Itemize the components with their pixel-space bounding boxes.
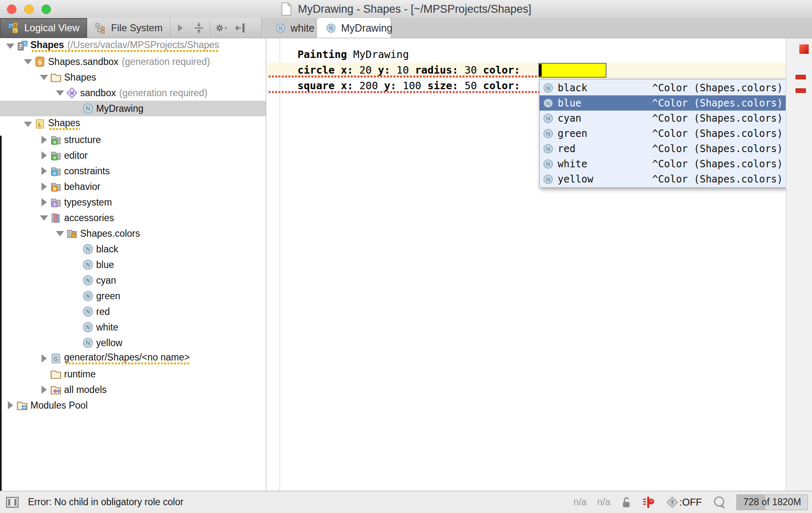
title-bar: MyDrawing - Shapes - [~/MPSProjects/Shap… <box>0 0 812 18</box>
tree-item-red[interactable]: Nred <box>0 304 266 319</box>
svg-text:N: N <box>86 340 90 346</box>
completion-item-white[interactable]: Nwhite^Color (Shapes.colors) <box>540 156 787 171</box>
collapse-arrow-icon[interactable] <box>5 44 16 49</box>
inline-editing-cell[interactable] <box>538 63 607 78</box>
minimize-button[interactable] <box>24 5 34 14</box>
error-stripe-mark[interactable] <box>796 88 806 93</box>
completion-item-yellow[interactable]: Nyellow^Color (Shapes.colors) <box>540 171 787 187</box>
play-arrow-button[interactable] <box>171 18 189 38</box>
completion-item-type: ^Color (Shapes.colors) <box>652 128 783 139</box>
tree-item-all-models[interactable]: all models <box>0 382 266 397</box>
completion-item-red[interactable]: Nred^Color (Shapes.colors) <box>540 141 787 156</box>
tree-item-white[interactable]: Nwhite <box>0 319 266 335</box>
collapse-arrow-icon[interactable] <box>39 75 49 80</box>
editor-margin-line <box>279 38 280 491</box>
completion-item-type: ^Color (Shapes.colors) <box>652 158 783 170</box>
hide-panel-button[interactable] <box>231 18 250 38</box>
status-message: Error: No child in obligatory role color <box>28 497 183 508</box>
tree-item-typesystem[interactable]: ttypesystem <box>0 194 266 210</box>
editor-line-1[interactable]: Painting MyDrawing <box>298 47 409 62</box>
tree-item-shapes[interactable]: Shapes(/Users/vaclav/MPSProjects/Shapes <box>0 38 266 54</box>
tree-item-sandbox[interactable]: Msandbox(generation required) <box>0 85 266 101</box>
highlight-level-icon[interactable]: T <box>666 496 678 508</box>
tree-item-suffix: (generation required) <box>119 88 208 99</box>
inspections-hector-icon[interactable] <box>642 496 655 509</box>
close-button[interactable] <box>7 5 16 14</box>
tree-item-shapes-sandbox[interactable]: SShapes.sandbox(generation required) <box>0 54 266 69</box>
tree-item-generator-shapes-no-name[interactable]: Ggenerator/Shapes/<no name> <box>0 351 266 366</box>
feedback-bubble-icon[interactable] <box>713 496 726 509</box>
node-icon: N <box>543 98 554 109</box>
editor-tab-label: MyDrawing <box>341 22 392 34</box>
toggle-tool-windows-icon[interactable] <box>6 496 19 508</box>
tree-item-yellow[interactable]: Nyellow <box>0 335 266 351</box>
editor-tab-mydrawing[interactable]: NMyDrawing <box>316 18 391 38</box>
expand-arrow-icon[interactable] <box>39 151 49 159</box>
completion-item-name: white <box>558 158 587 170</box>
view-tab-file-system[interactable]: File System <box>87 18 170 38</box>
completion-item-type: ^Color (Shapes.colors) <box>652 143 783 155</box>
tree-item-constraints[interactable]: cconstraints <box>0 163 266 179</box>
tree-item-label: blue <box>96 259 114 270</box>
tree-item-editor[interactable]: eeditor <box>0 148 266 163</box>
tree-item-suffix: (generation required) <box>122 56 210 67</box>
tree-item-mydrawing[interactable]: NMyDrawing <box>0 101 266 116</box>
collapse-arrow-icon[interactable] <box>23 59 33 65</box>
tree-item-green[interactable]: Ngreen <box>0 288 266 304</box>
tree-item-behavior[interactable]: bbehavior <box>0 179 266 194</box>
tree-item-shapes[interactable]: LShapes <box>0 116 266 132</box>
tree-item-runtime[interactable]: runtime <box>0 366 266 382</box>
completion-item-green[interactable]: Ngreen^Color (Shapes.colors) <box>540 126 787 141</box>
toolbar-separator <box>210 21 210 35</box>
tree-item-shapes[interactable]: Shapes <box>0 69 266 85</box>
completion-item-cyan[interactable]: Ncyan^Color (Shapes.colors) <box>540 111 787 126</box>
collapse-arrow-icon[interactable] <box>23 122 33 127</box>
view-tab-logical-view[interactable]: DSLLogical View <box>0 18 87 38</box>
expand-arrow-icon[interactable] <box>39 198 49 206</box>
completion-item-name: blue <box>558 97 581 109</box>
memory-indicator[interactable]: 728 of 1820M <box>736 495 808 510</box>
settings-gear-button[interactable] <box>212 18 231 38</box>
view-toolbar: DSLLogical ViewFile System <box>0 18 250 38</box>
collapse-all-button[interactable] <box>189 18 208 38</box>
tree-item-black[interactable]: Nblack <box>0 241 266 257</box>
expand-arrow-icon[interactable] <box>39 354 49 363</box>
document-icon <box>281 2 292 16</box>
collapse-arrow-icon[interactable] <box>39 215 49 221</box>
expand-arrow-icon[interactable] <box>39 386 49 394</box>
editor-tab-white[interactable]: Nwhite <box>266 18 312 38</box>
expand-arrow-icon[interactable] <box>39 136 49 144</box>
svg-text:N: N <box>86 293 90 299</box>
project-icon <box>16 40 28 52</box>
tree-item-modules-pool[interactable]: Modules Pool <box>0 397 266 413</box>
tree-item-structure[interactable]: sstructure <box>0 132 266 148</box>
expand-arrow-icon[interactable] <box>5 401 16 409</box>
tree-item-label: accessories <box>64 213 114 224</box>
folder-icon <box>50 368 62 380</box>
node-icon: N <box>82 306 94 317</box>
unlock-icon[interactable] <box>621 496 632 508</box>
node-icon: N <box>543 128 554 139</box>
completion-item-black[interactable]: Nblack^Color (Shapes.colors) <box>540 80 787 95</box>
svg-text:D: D <box>10 25 12 28</box>
collapse-arrow-icon[interactable] <box>55 231 65 236</box>
collapse-arrow-icon[interactable] <box>55 90 65 96</box>
tree-item-label: editor <box>64 150 88 161</box>
modules-pool-icon <box>16 400 28 411</box>
completion-item-type: ^Color (Shapes.colors) <box>652 97 783 109</box>
errors-present-indicator[interactable] <box>799 44 809 54</box>
completion-item-blue[interactable]: Nblue^Color (Shapes.colors) <box>540 95 787 111</box>
tree-item-cyan[interactable]: Ncyan <box>0 273 266 288</box>
expand-arrow-icon[interactable] <box>39 183 49 191</box>
error-stripe-mark[interactable] <box>796 75 806 79</box>
svg-text:G: G <box>54 356 58 362</box>
tree-item-shapes-colors[interactable]: Shapes.colors <box>0 226 266 241</box>
project-tree: Shapes(/Users/vaclav/MPSProjects/ShapesS… <box>0 38 266 491</box>
zoom-button[interactable] <box>42 5 51 14</box>
tree-item-label: cyan <box>96 275 116 286</box>
locked-folder-icon <box>66 228 78 239</box>
tree-item-blue[interactable]: Nblue <box>0 257 266 273</box>
window-title: MyDrawing - Shapes - [~/MPSProjects/Shap… <box>298 3 531 16</box>
expand-arrow-icon[interactable] <box>39 167 49 175</box>
tree-item-accessories[interactable]: accessories <box>0 210 266 226</box>
